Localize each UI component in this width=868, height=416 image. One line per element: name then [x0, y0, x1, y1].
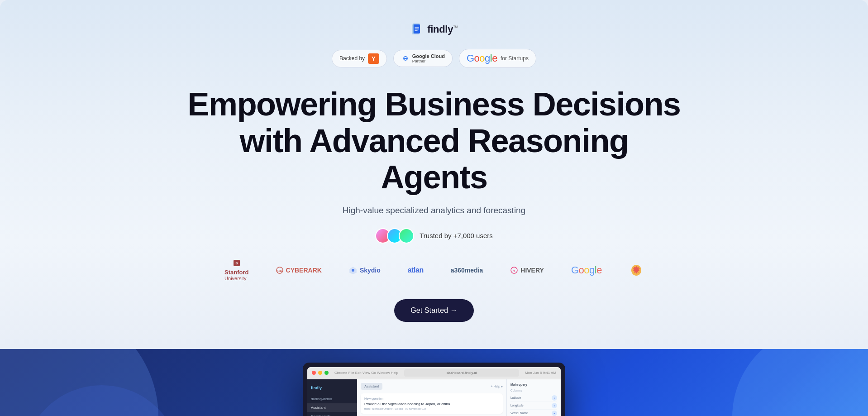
stanford-logo: S Stanford University — [224, 260, 248, 281]
trusted-row: Trusted by +7,000 users — [375, 228, 493, 244]
hivery-icon: ♥ — [510, 266, 518, 274]
url-text: dashboard.findly.ai — [447, 371, 477, 375]
yc-badge: Backed by Y — [332, 50, 387, 67]
cyberark-logo: CA CYBERARK — [276, 267, 322, 274]
stanford-name: Stanford — [224, 269, 248, 276]
hivery-logo: ♥ HIVERY — [510, 266, 544, 274]
window-close-dot — [312, 371, 316, 375]
app-right-panel: Main query Columns Latitude + Longitude … — [506, 379, 561, 416]
shell-logo — [629, 263, 644, 277]
google-cloud-sublabel: Partner — [412, 59, 445, 63]
demo-section: Chrome File Edit View Go Window Help das… — [0, 349, 868, 416]
app-main: Assistant + Help ● New question Provide … — [357, 379, 506, 416]
app-controls: + Help ● — [491, 385, 503, 388]
skydio-text: Skydio — [360, 267, 381, 274]
hivery-text: HIVERY — [520, 267, 544, 274]
sidebar-item-demo[interactable]: darling-demo — [307, 395, 357, 403]
window-fullscreen-dot — [324, 371, 329, 375]
chrome-menu: Chrome File Edit View Go Window Help — [334, 371, 398, 375]
question-area: New question Provide all the vlgcs laden… — [361, 393, 503, 414]
field-vessel-name: Vessel Name + — [510, 410, 557, 416]
trusted-text: Trusted by +7,000 users — [420, 232, 493, 239]
columns-label: Columns — [510, 389, 557, 392]
laptop-outer: Chrome File Edit View Go Window Help das… — [303, 363, 565, 416]
atlan-text: atlan — [408, 266, 424, 274]
google-cloud-logo: Google Cloud Partner — [401, 53, 445, 63]
avatar-group — [375, 228, 414, 244]
cta-label: Get Started → — [410, 306, 458, 315]
laptop-mockup: Chrome File Edit View Go Window Help das… — [303, 363, 565, 416]
svg-rect-8 — [404, 58, 407, 59]
svg-point-14 — [352, 269, 354, 272]
google-startups-badge: Google for Startups — [459, 49, 536, 68]
a360media-logo: a360media — [451, 267, 483, 274]
google-logo: Google — [571, 264, 602, 276]
window-chrome: Chrome File Edit View Go Window Help das… — [307, 367, 561, 379]
laptop-screen: Chrome File Edit View Go Window Help das… — [307, 367, 561, 416]
findly-logo-icon — [410, 23, 424, 36]
svg-text:CA: CA — [277, 269, 282, 273]
skydio-logo: Skydio — [349, 266, 381, 274]
google-startups-logo: Google — [467, 53, 497, 64]
stanford-subtitle: University — [224, 276, 248, 281]
atlan-logo: atlan — [408, 266, 424, 274]
avatar-3 — [399, 228, 414, 244]
subheadline: High-value specialized analytics and for… — [343, 206, 526, 215]
page-wrapper: findly™ Backed by Y Google Cloud — [0, 0, 868, 416]
app-content: findly darling-demo Assistant Dashboards… — [307, 379, 561, 416]
svg-text:♥: ♥ — [513, 269, 515, 273]
cyberark-text: CYBERARK — [286, 267, 322, 274]
logo-container: findly™ — [410, 23, 458, 36]
app-logo-area: findly — [307, 383, 357, 393]
google-cloud-icon — [401, 55, 410, 62]
yc-logo: Y — [368, 53, 379, 64]
cyberark-icon: CA — [276, 267, 283, 274]
light-streak — [642, 349, 868, 416]
app-sidebar: findly darling-demo Assistant Dashboards… — [307, 379, 357, 416]
google-text: Google — [571, 264, 602, 276]
skydio-icon — [349, 266, 357, 274]
window-time: Mon Jun 5 9:41 AM — [525, 371, 556, 375]
stanford-icon: S — [234, 260, 240, 266]
hero-section: findly™ Backed by Y Google Cloud — [0, 0, 868, 349]
url-bar[interactable]: dashboard.findly.ai — [404, 369, 519, 377]
question-label: New question — [364, 397, 499, 400]
sidebar-item-assistant[interactable]: Assistant — [307, 403, 357, 412]
get-started-button[interactable]: Get Started → — [394, 299, 474, 322]
main-headline: Empowering Business Decisions with Advan… — [185, 86, 683, 196]
assistant-tab[interactable]: Assistant — [361, 383, 382, 390]
backed-by-label: Backed by — [339, 55, 365, 62]
field-latitude: Latitude + — [510, 394, 557, 402]
a360media-text: a360media — [451, 267, 483, 274]
window-minimize-dot — [318, 371, 322, 375]
question-text: Provide all the vlgcs laden heading to J… — [364, 402, 499, 406]
question-meta: from Palencia@Dropnet_v3.dbx · 03 Novemb… — [364, 407, 499, 410]
company-logo-row: S Stanford University CA CYBERARK — [162, 260, 706, 281]
main-query-title: Main query — [510, 383, 557, 386]
shell-icon — [629, 263, 644, 277]
google-cloud-badge: Google Cloud Partner — [393, 50, 453, 67]
svg-text:S: S — [235, 261, 238, 265]
google-cloud-label: Google Cloud — [412, 53, 445, 59]
app-header-bar: Assistant + Help ● — [361, 383, 503, 390]
google-startups-label: for Startups — [501, 55, 529, 62]
badge-row: Backed by Y Google Cloud Partner — [332, 49, 536, 68]
field-longitude: Longitude + — [510, 402, 557, 410]
logo-text: findly™ — [427, 24, 458, 35]
sidebar-item-dashboards[interactable]: Dashboards — [307, 412, 357, 416]
